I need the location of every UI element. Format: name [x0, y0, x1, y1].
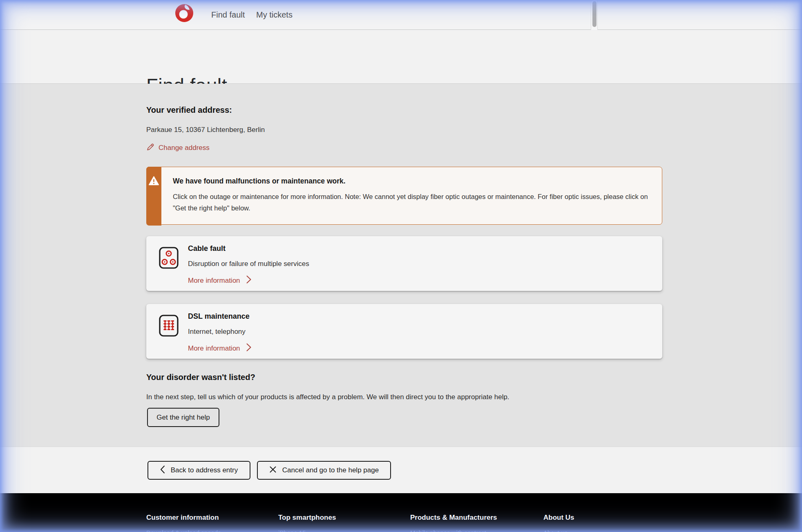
cable-fault-icon	[159, 247, 179, 270]
warning-triangle-icon	[148, 176, 159, 188]
warning-title: We have found malfunctions or maintenanc…	[173, 177, 346, 186]
cancel-button-label: Cancel and go to the help page	[282, 466, 379, 474]
dsl-maintenance-icon	[159, 315, 179, 338]
chevron-left-icon	[160, 465, 165, 476]
close-icon	[269, 466, 277, 475]
footer-link[interactable]: iPhone 15	[278, 529, 306, 532]
footer-link[interactable]: Download & upload speeds	[146, 529, 221, 532]
nav-link-my-tickets[interactable]: My tickets	[256, 0, 293, 30]
footer-heading-products-manufacturers: Products & Manufacturers	[410, 514, 497, 522]
more-info-label: More information	[188, 344, 240, 353]
change-address-label: Change address	[159, 144, 210, 152]
bottom-navigation-band: Back to address entry Cancel and go to t…	[0, 447, 802, 493]
warning-body: Click on the outage or maintenance for m…	[173, 191, 653, 214]
change-address-link[interactable]: Change address	[146, 143, 210, 153]
browser-page: Find fault My tickets Find fault Your ve…	[0, 0, 802, 532]
page-title-band: Find fault	[0, 30, 802, 84]
maintenance-warning-box: We have found malfunctions or maintenanc…	[146, 167, 662, 225]
disorder-heading: Your disorder wasn't listed?	[146, 373, 255, 382]
pencil-icon	[146, 143, 154, 153]
dsl-maintenance-title: DSL maintenance	[188, 312, 250, 321]
vodafone-logo-icon[interactable]	[175, 3, 194, 23]
get-right-help-button[interactable]: Get the right help	[147, 408, 219, 427]
verified-address-value: Parkaue 15, 10367 Lichtenberg, Berlin	[146, 126, 265, 134]
footer-link[interactable]: Mobile phones with contract	[410, 529, 486, 532]
warning-accent-bar	[146, 167, 161, 226]
chevron-right-icon	[246, 343, 252, 354]
dsl-maintenance-more-info-link[interactable]: More information	[188, 343, 252, 354]
more-info-label: More information	[188, 277, 240, 285]
footer-link[interactable]: About us	[543, 529, 567, 532]
cable-fault-title: Cable fault	[188, 244, 226, 253]
footer-heading-top-smartphones: Top smartphones	[278, 514, 336, 522]
vertical-scrollbar-track[interactable]	[591, 0, 598, 30]
dsl-maintenance-card: DSL maintenance Internet, telephony More…	[146, 304, 662, 359]
cancel-to-help-page-button[interactable]: Cancel and go to the help page	[257, 461, 391, 480]
cable-fault-more-info-link[interactable]: More information	[188, 275, 252, 286]
back-button-label: Back to address entry	[171, 466, 238, 474]
page-footer: Customer information Top smartphones Pro…	[0, 493, 802, 532]
vertical-scrollbar-thumb[interactable]	[592, 1, 596, 27]
cable-fault-description: Disruption or failure of multiple servic…	[188, 260, 309, 268]
nav-link-find-fault[interactable]: Find fault	[211, 0, 245, 30]
footer-heading-customer-information: Customer information	[146, 514, 219, 522]
dsl-maintenance-description: Internet, telephony	[188, 328, 246, 336]
chevron-right-icon	[246, 275, 252, 286]
cable-fault-card: Cable fault Disruption or failure of mul…	[146, 236, 662, 291]
top-navigation-bar: Find fault My tickets	[0, 0, 802, 30]
verified-address-heading: Your verified address:	[146, 105, 232, 115]
back-to-address-entry-button[interactable]: Back to address entry	[147, 461, 250, 480]
footer-heading-about-us: About Us	[543, 514, 574, 522]
main-content: Your verified address: Parkaue 15, 10367…	[0, 84, 802, 447]
disorder-body-text: In the next step, tell us which of your …	[146, 393, 509, 401]
